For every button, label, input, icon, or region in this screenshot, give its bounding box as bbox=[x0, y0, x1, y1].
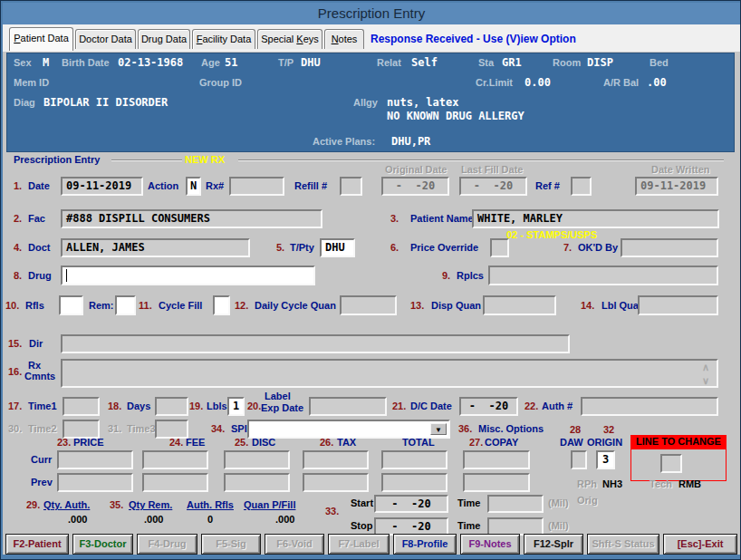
prev-copay-field[interactable] bbox=[463, 473, 530, 492]
dc-date-input[interactable]: - -20 bbox=[459, 397, 518, 416]
quan-pfill-label[interactable]: Quan P/Fill bbox=[244, 499, 295, 510]
tax-header-number: 26. bbox=[320, 437, 333, 448]
date-written-value: 09-11-2019 bbox=[637, 179, 717, 194]
rplcs-input[interactable] bbox=[488, 266, 718, 285]
facility-input[interactable]: #888 DISPILL CONSUMERS bbox=[61, 209, 322, 228]
bed-label: Bed bbox=[650, 57, 669, 68]
rem-input[interactable] bbox=[115, 295, 136, 315]
date-written-field[interactable]: 09-11-2019 bbox=[635, 177, 718, 196]
lbls-value: 1 bbox=[229, 399, 243, 414]
copay-header-label: COPAY bbox=[485, 437, 518, 448]
lbl-quan-number: 14. bbox=[581, 300, 594, 311]
f5-sig-button[interactable]: F5-Sig bbox=[201, 534, 261, 555]
qty-auth-label[interactable]: Qty. Auth. bbox=[43, 499, 90, 510]
tab-doctor-data[interactable]: Doctor Data bbox=[75, 29, 136, 49]
prev-tax-field[interactable] bbox=[303, 473, 369, 492]
disp-quan-label: Disp Quan bbox=[431, 300, 481, 311]
qty-auth-number: 29. bbox=[26, 499, 40, 510]
price-override-number: 6. bbox=[390, 242, 399, 253]
origin-input[interactable]: 3 bbox=[596, 450, 615, 469]
cycle-fill-input[interactable] bbox=[213, 295, 230, 315]
drug-input[interactable] bbox=[61, 266, 315, 285]
shft-s-status-button[interactable]: Shft-S Status bbox=[587, 534, 659, 555]
sta-label: Sta bbox=[478, 57, 494, 68]
f12-splr-button[interactable]: F12-Splr bbox=[524, 534, 583, 555]
fac-field-number: 2. bbox=[14, 213, 22, 224]
original-date-field[interactable]: - -20 bbox=[381, 177, 449, 196]
tab-drug-data[interactable]: Drug Data bbox=[138, 29, 190, 49]
disc-header-label: DISC bbox=[252, 437, 275, 448]
date-input[interactable]: 09-11-2019 bbox=[61, 177, 143, 196]
prev-total-field[interactable] bbox=[381, 473, 447, 492]
refill-number-input[interactable] bbox=[340, 177, 362, 196]
label-exp-date-input[interactable] bbox=[309, 397, 387, 416]
okd-by-input[interactable] bbox=[621, 238, 718, 257]
curr-price-input[interactable] bbox=[57, 450, 133, 469]
tpty-input[interactable]: DHU bbox=[320, 238, 355, 257]
dc-date-value: - -20 bbox=[461, 399, 516, 414]
dropdown-arrow-icon[interactable]: ▼ bbox=[430, 423, 447, 435]
action-input[interactable]: N bbox=[186, 177, 201, 196]
f8-profile-button[interactable]: F8-Profile bbox=[393, 534, 457, 555]
time1-input[interactable] bbox=[63, 397, 100, 416]
f7-label-button[interactable]: F7-Label bbox=[328, 534, 390, 555]
spi-dropdown[interactable]: ▼ bbox=[247, 420, 450, 439]
cycle-fill-number: 11. bbox=[139, 300, 152, 311]
scroll-up-icon[interactable]: ∧ bbox=[702, 362, 709, 372]
days-input[interactable] bbox=[155, 397, 188, 416]
curr-fee-input[interactable] bbox=[142, 450, 208, 469]
curr-tax-input[interactable] bbox=[303, 450, 369, 469]
lbl-quan-input[interactable] bbox=[638, 295, 718, 315]
start-date-input[interactable]: - -20 bbox=[374, 495, 448, 513]
time3-input[interactable] bbox=[155, 420, 188, 439]
ref-number-input[interactable] bbox=[571, 177, 592, 196]
daily-cycle-quan-input[interactable] bbox=[340, 295, 397, 315]
doctor-input[interactable]: ALLEN, JAMES bbox=[61, 238, 250, 257]
active-plans-value: DHU,PR bbox=[391, 135, 430, 148]
f6-void-button[interactable]: F6-Void bbox=[265, 534, 324, 555]
rx-number-input[interactable] bbox=[229, 177, 284, 196]
curr-disc-input[interactable] bbox=[224, 450, 290, 469]
doct-field-number: 4. bbox=[14, 242, 22, 253]
date-field-number: 1. bbox=[14, 180, 22, 191]
last-fill-date-field[interactable]: - -20 bbox=[459, 177, 527, 196]
rx-cmnts-textarea[interactable] bbox=[61, 359, 718, 388]
start-time-input[interactable] bbox=[487, 495, 544, 513]
stop-date-input[interactable]: - -20 bbox=[374, 517, 448, 536]
auth-rfls-label[interactable]: Auth. Rfls bbox=[187, 499, 234, 510]
f3-doctor-button[interactable]: F3-Doctor bbox=[72, 534, 133, 555]
patient-name-input[interactable]: WHITE, MARLEY bbox=[472, 209, 719, 228]
stop-mil-label: (Mil) bbox=[548, 520, 569, 531]
time2-number: 30. bbox=[8, 423, 22, 434]
curr-total-field[interactable] bbox=[381, 450, 447, 469]
tab-patient-data[interactable]: Patient Data bbox=[9, 27, 73, 51]
qty-rem-label[interactable]: Qty Rem. bbox=[129, 499, 172, 510]
qty-auth-value: .000 bbox=[68, 514, 87, 525]
rfls-input[interactable] bbox=[59, 295, 83, 315]
price-override-input[interactable] bbox=[490, 238, 509, 257]
tab-notes[interactable]: Notes bbox=[324, 29, 364, 49]
auth-number-input[interactable] bbox=[581, 397, 718, 416]
prev-disc-field[interactable] bbox=[224, 473, 290, 492]
line-to-change-input[interactable] bbox=[660, 454, 682, 473]
esc-exit-button[interactable]: [Esc]-Exit bbox=[663, 534, 737, 555]
time2-input[interactable] bbox=[63, 420, 100, 439]
start-time-label: Time bbox=[457, 497, 480, 508]
tab-special-keys[interactable]: Special Keys bbox=[257, 29, 322, 49]
disp-quan-input[interactable] bbox=[483, 295, 556, 315]
cr-limit-value: 0.00 bbox=[524, 76, 551, 89]
stop-time-label: Time bbox=[457, 520, 480, 531]
time1-number: 17. bbox=[8, 401, 22, 411]
f9-notes-button[interactable]: F9-Notes bbox=[460, 534, 520, 555]
daw-input[interactable] bbox=[571, 450, 587, 469]
scroll-down-icon[interactable]: ∨ bbox=[702, 376, 709, 385]
lbls-input[interactable]: 1 bbox=[227, 397, 245, 416]
tab-facility-data[interactable]: Facility Data bbox=[192, 29, 255, 49]
dir-input[interactable] bbox=[61, 334, 570, 353]
stop-time-input[interactable] bbox=[487, 517, 544, 536]
f2-patient-button[interactable]: F2-Patient bbox=[5, 534, 69, 555]
prev-fee-field[interactable] bbox=[142, 473, 208, 492]
prev-price-field[interactable] bbox=[57, 473, 133, 492]
f4-drug-button[interactable]: F4-Drug bbox=[137, 534, 197, 555]
curr-copay-input[interactable] bbox=[463, 450, 530, 469]
